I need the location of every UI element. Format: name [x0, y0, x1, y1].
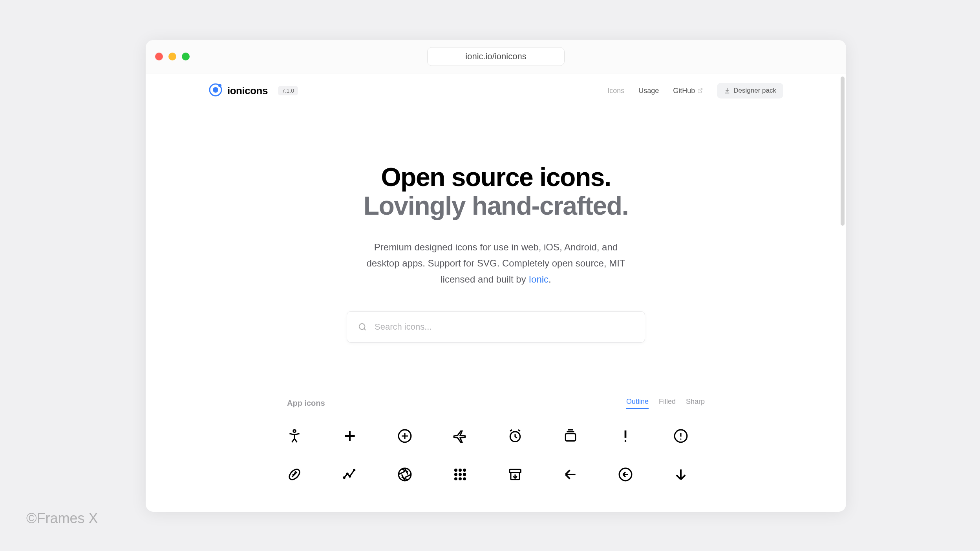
svg-point-24 [454, 477, 457, 480]
svg-point-16 [353, 469, 355, 471]
maximize-window-button[interactable] [182, 53, 190, 60]
nav-github[interactable]: GitHub [673, 87, 703, 95]
external-link-icon [697, 88, 703, 93]
svg-point-2 [218, 84, 221, 87]
minimize-window-button[interactable] [168, 53, 176, 60]
alert-circle-icon[interactable] [673, 429, 705, 443]
svg-point-22 [459, 473, 462, 476]
svg-point-13 [343, 476, 345, 478]
scrollbar[interactable] [841, 77, 845, 226]
svg-point-25 [459, 477, 462, 480]
svg-point-11 [680, 438, 681, 440]
arrow-down-icon[interactable] [673, 467, 705, 482]
url-bar[interactable]: ionic.io/ionicons [427, 47, 565, 66]
american-football-icon[interactable] [287, 467, 319, 482]
svg-point-3 [359, 323, 365, 329]
hero-title: Open source icons. Lovingly hand-crafted… [146, 163, 846, 220]
search-box[interactable] [347, 311, 645, 343]
svg-point-5 [293, 430, 296, 432]
page-content: ionicons 7.1.0 Icons Usage GitHub Design… [146, 73, 846, 512]
svg-point-19 [459, 469, 462, 472]
style-tabs: Outline Filled Sharp [626, 398, 705, 409]
svg-point-14 [346, 473, 348, 475]
search-icon [358, 323, 367, 331]
close-window-button[interactable] [155, 53, 163, 60]
nav-github-label: GitHub [673, 87, 695, 95]
accessibility-icon[interactable] [287, 429, 319, 443]
tab-outline[interactable]: Outline [626, 398, 649, 409]
airplane-icon[interactable] [453, 429, 485, 443]
nav-usage[interactable]: Usage [638, 87, 659, 95]
alarm-icon[interactable] [508, 429, 539, 443]
icons-section-header: App icons Outline Filled Sharp [287, 398, 705, 409]
albums-icon[interactable] [563, 429, 595, 443]
svg-rect-8 [565, 433, 575, 441]
svg-rect-27 [510, 469, 521, 473]
add-icon[interactable] [342, 429, 374, 443]
brand-name: ionicons [227, 85, 268, 97]
icons-section: App icons Outline Filled Sharp [146, 398, 846, 482]
version-badge: 7.1.0 [278, 86, 298, 95]
hero-desc-end: . [549, 274, 551, 285]
hero: Open source icons. Lovingly hand-crafted… [146, 163, 846, 288]
svg-point-20 [463, 469, 466, 472]
svg-line-4 [364, 328, 366, 330]
alert-icon[interactable] [618, 429, 650, 443]
ionicons-logo-icon [208, 83, 223, 99]
nav: Icons Usage GitHub Designer pack [607, 83, 783, 99]
svg-point-1 [213, 87, 218, 93]
aperture-icon[interactable] [397, 467, 429, 482]
tab-filled[interactable]: Filled [659, 398, 676, 409]
apps-icon[interactable] [453, 467, 485, 482]
analytics-icon[interactable] [342, 467, 374, 482]
search-input[interactable] [375, 322, 634, 332]
hero-title-line2: Lovingly hand-crafted. [146, 192, 846, 220]
arrow-back-circle-icon[interactable] [618, 467, 650, 482]
svg-point-18 [454, 469, 457, 472]
svg-point-26 [463, 477, 466, 480]
hero-desc-text: Premium designed icons for use in web, i… [367, 242, 625, 285]
archive-icon[interactable] [508, 467, 539, 482]
download-icon [724, 88, 730, 94]
svg-point-15 [348, 475, 351, 477]
brand[interactable]: ionicons 7.1.0 [208, 83, 298, 99]
arrow-back-icon[interactable] [563, 467, 595, 482]
designer-pack-label: Designer pack [733, 87, 776, 95]
ionic-link[interactable]: Ionic [528, 274, 549, 285]
section-label: App icons [287, 399, 325, 408]
window-controls [155, 53, 190, 60]
svg-point-21 [454, 473, 457, 476]
add-circle-icon[interactable] [397, 429, 429, 443]
watermark: ©Frames X [26, 510, 98, 527]
browser-window: ionic.io/ionicons ionicons 7.1.0 Icons U… [146, 40, 846, 512]
designer-pack-button[interactable]: Designer pack [717, 83, 783, 99]
nav-icons[interactable]: Icons [607, 87, 624, 95]
icon-grid [287, 429, 705, 482]
svg-point-23 [463, 473, 466, 476]
hero-title-line1: Open source icons. [146, 163, 846, 192]
browser-chrome: ionic.io/ionicons [146, 40, 846, 73]
hero-description: Premium designed icons for use in web, i… [358, 239, 633, 287]
search-wrap [146, 311, 846, 343]
tab-sharp[interactable]: Sharp [686, 398, 705, 409]
svg-point-9 [625, 440, 627, 442]
page-header: ionicons 7.1.0 Icons Usage GitHub Design… [146, 73, 846, 108]
